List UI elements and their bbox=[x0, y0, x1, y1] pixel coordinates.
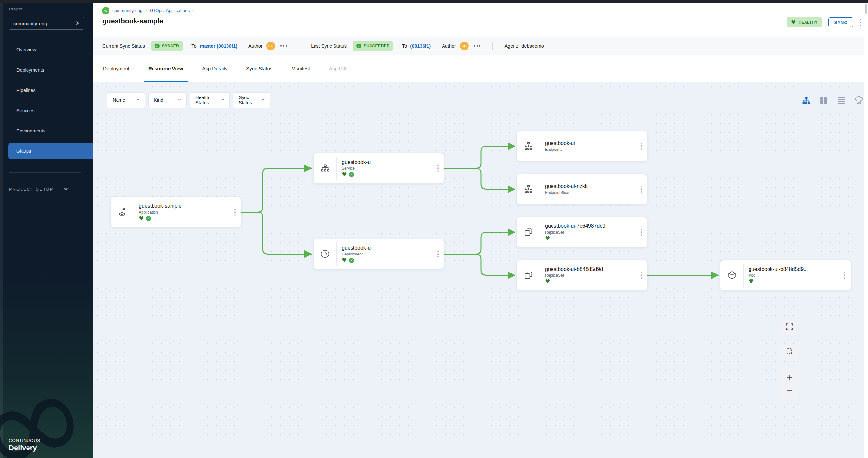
filter-name[interactable]: Name bbox=[107, 92, 145, 108]
node-title: guestbook-ui bbox=[545, 140, 635, 146]
endpointslice-icon bbox=[517, 174, 540, 204]
filter-label: Health Status bbox=[195, 95, 221, 105]
kebab-menu-icon[interactable] bbox=[229, 197, 241, 227]
brand-continuous-label: CONTINUOUS bbox=[9, 438, 40, 443]
last-sync-status-label: Last Sync Status bbox=[311, 43, 347, 49]
project-setup-toggle[interactable]: PROJECT SETUP bbox=[9, 187, 93, 192]
zoom-in-icon[interactable] bbox=[785, 373, 794, 382]
avatar: SC bbox=[460, 41, 469, 51]
resource-node-replicaset-guestbook-ui-b848d5d9d[interactable]: guestbook-ui-b848d5d9dReplicaSet♥ bbox=[517, 260, 647, 291]
breadcrumb-applications-link[interactable]: GitOps: Applications bbox=[150, 8, 190, 13]
node-kind: ReplicaSet bbox=[545, 230, 635, 235]
view-toggles bbox=[802, 95, 864, 105]
tab-bar: DeploymentResource ViewApp DetailsSync S… bbox=[93, 55, 868, 82]
brand-delivery-label: Delivery bbox=[9, 444, 40, 452]
main-area: ∞ community-eng › GitOps: Applications ›… bbox=[93, 3, 868, 458]
marquee-select-button[interactable] bbox=[781, 344, 798, 360]
sync-button[interactable]: SYNC bbox=[828, 17, 853, 28]
node-title: guestbook-ui-7c64987dc9 bbox=[545, 223, 635, 229]
filter-label: Sync Status bbox=[239, 95, 261, 105]
resource-graph-canvas[interactable]: NameKindHealth StatusSync Status guestbo… bbox=[93, 82, 868, 458]
sidebar-item-services[interactable]: Services bbox=[0, 102, 93, 119]
kebab-menu-icon[interactable] bbox=[839, 260, 851, 290]
node-kind: Service bbox=[342, 166, 432, 171]
sidebar-divider bbox=[9, 172, 81, 173]
fit-to-screen-button[interactable] bbox=[781, 320, 798, 335]
scrollbar-thumb[interactable] bbox=[865, 4, 867, 14]
agent-value: debademo bbox=[521, 43, 544, 49]
filter-health-status[interactable]: Health Status bbox=[190, 92, 230, 108]
list-view-icon[interactable] bbox=[837, 96, 845, 104]
sidebar-item-gitops[interactable]: GitOps bbox=[8, 143, 93, 159]
node-status-row: ♥✓ bbox=[342, 258, 432, 263]
node-title: guestbook-ui-b848d5d9d bbox=[545, 266, 635, 272]
deployment-icon bbox=[314, 239, 337, 269]
node-kind: EndpointSlice bbox=[545, 190, 635, 195]
resource-node-endpoints-guestbook-ui[interactable]: guestbook-uiEndpoints bbox=[517, 131, 647, 161]
kebab-menu-icon[interactable] bbox=[432, 239, 444, 269]
node-body: guestbook-ui-b848d5d9dReplicaSet♥ bbox=[540, 260, 635, 290]
more-options-icon[interactable] bbox=[474, 45, 481, 47]
node-body: guestbook-uiEndpoints bbox=[540, 131, 635, 161]
tab-deployment[interactable]: Deployment bbox=[103, 55, 129, 82]
heart-icon: ♥ bbox=[748, 279, 753, 284]
sidebar-item-overview[interactable]: Overview bbox=[0, 41, 93, 58]
check-circle-icon: ✓ bbox=[349, 172, 354, 177]
chevron-down-icon bbox=[63, 187, 68, 192]
check-circle-icon: ✓ bbox=[146, 216, 151, 221]
resource-node-application-guestbook-sample[interactable]: guestbook-sampleApplication♥✓ bbox=[110, 197, 241, 227]
current-sync-target-link[interactable]: master (08136f1) bbox=[200, 43, 237, 49]
avatar: SC bbox=[267, 41, 275, 51]
chevron-down-icon bbox=[221, 97, 225, 103]
kebab-menu-icon[interactable] bbox=[635, 217, 647, 247]
sidebar-item-pipelines[interactable]: Pipelines bbox=[0, 82, 93, 98]
page-scrollbar[interactable] bbox=[864, 3, 868, 458]
heart-icon: ♥ bbox=[342, 172, 347, 177]
breadcrumb-project-link[interactable]: community-eng bbox=[112, 8, 143, 13]
heart-icon: ♥ bbox=[139, 216, 144, 221]
succeeded-badge: ✓ SUCCEEDED bbox=[352, 41, 394, 51]
project-selector[interactable]: community-eng bbox=[8, 17, 85, 30]
sidebar-item-environments[interactable]: Environments bbox=[0, 123, 93, 139]
last-sync-target-link[interactable]: (08136f1) bbox=[410, 43, 431, 49]
node-body: guestbook-ui-nzkltEndpointSlice bbox=[540, 174, 635, 204]
check-circle-icon: ✓ bbox=[349, 258, 354, 263]
cloud-topology-icon[interactable] bbox=[854, 95, 864, 105]
resource-node-replicaset-guestbook-ui-7c64987dc9[interactable]: guestbook-ui-7c64987dc9ReplicaSet♥ bbox=[517, 217, 647, 247]
agent-label: Agent: bbox=[504, 43, 518, 49]
tab-sync-status[interactable]: Sync Status bbox=[246, 55, 272, 82]
node-kind: Deployment bbox=[342, 252, 432, 257]
sidebar-item-deployments[interactable]: Deployments bbox=[0, 62, 93, 78]
succeeded-badge-label: SUCCEEDED bbox=[364, 44, 390, 48]
resource-node-endpointslice-guestbook-ui-nzklt[interactable]: guestbook-ui-nzkltEndpointSlice bbox=[517, 174, 647, 204]
tree-view-icon[interactable] bbox=[802, 96, 811, 105]
node-title: guestbook-ui-nzklt bbox=[545, 184, 635, 189]
current-sync-status-label: Current Sync Status bbox=[102, 43, 145, 49]
kebab-menu-icon[interactable] bbox=[432, 154, 444, 183]
heart-icon: ♥ bbox=[791, 20, 796, 25]
health-status-badge: ♥ HEALTHY bbox=[786, 17, 822, 27]
more-options-icon[interactable] bbox=[280, 45, 287, 47]
service-icon bbox=[314, 154, 337, 183]
node-status-row: ♥ bbox=[748, 279, 839, 284]
resource-node-service-guestbook-ui[interactable]: guestbook-uiService♥✓ bbox=[313, 153, 444, 184]
kebab-menu-icon[interactable] bbox=[635, 174, 647, 204]
author-label: Author bbox=[248, 43, 262, 49]
sidebar-nav: OverviewDeploymentsPipelinesServicesEnvi… bbox=[0, 41, 93, 159]
resource-node-pod-guestbook-ui-b848d5d9-[interactable]: guestbook-ui-b848d5d9...Pod♥ bbox=[720, 260, 851, 291]
tab-manifest[interactable]: Manifest bbox=[291, 55, 310, 82]
breadcrumb-separator: › bbox=[192, 8, 194, 13]
tab-app-details[interactable]: App Details bbox=[202, 55, 227, 82]
grid-view-icon[interactable] bbox=[819, 96, 828, 104]
tab-resource-view[interactable]: Resource View bbox=[148, 55, 183, 82]
resource-node-deployment-guestbook-ui[interactable]: guestbook-uiDeployment♥✓ bbox=[313, 239, 444, 269]
kebab-menu-icon[interactable] bbox=[860, 19, 862, 26]
fullscreen-icon bbox=[785, 323, 794, 332]
kebab-menu-icon[interactable] bbox=[635, 260, 647, 290]
to-label: To bbox=[402, 43, 407, 49]
filter-sync-status[interactable]: Sync Status bbox=[233, 92, 270, 108]
kebab-menu-icon[interactable] bbox=[635, 131, 647, 161]
author-label: Author bbox=[442, 43, 456, 49]
filter-kind[interactable]: Kind bbox=[148, 92, 187, 108]
zoom-out-icon[interactable] bbox=[785, 386, 794, 395]
